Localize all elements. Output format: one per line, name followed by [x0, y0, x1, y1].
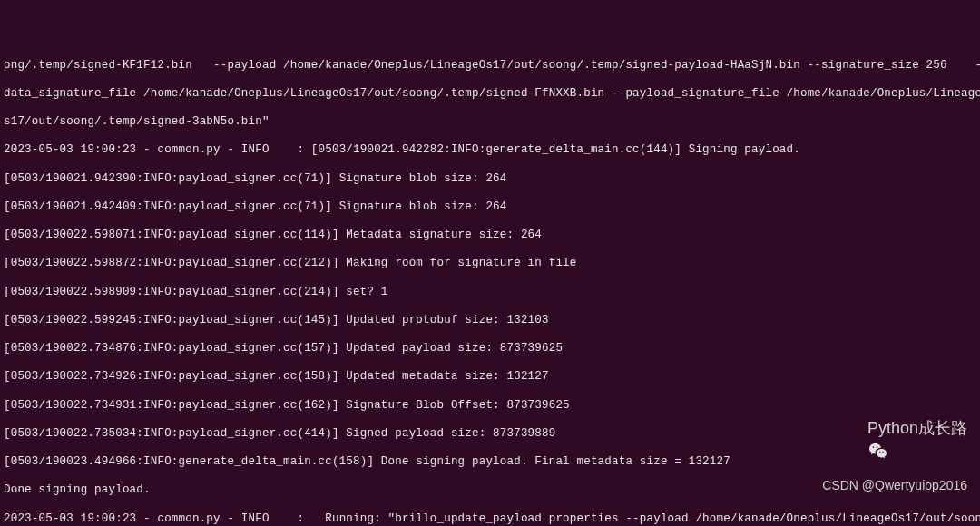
log-line: 2023-05-03 19:00:23 - common.py - INFO :… — [4, 143, 976, 158]
watermark-top-row: Python成长路 — [822, 416, 967, 440]
watermark: Python成长路 CSDN @Qwertyuiop2016 — [822, 379, 967, 513]
log-line: 2023-05-03 19:00:23 - common.py - INFO :… — [4, 512, 976, 527]
log-line: [0503/190022.734876:INFO:payload_signer.… — [4, 342, 976, 356]
log-line: [0503/190022.598872:INFO:payload_signer.… — [4, 257, 976, 271]
watermark-bottom-text: CSDN @Qwertyuiop2016 — [822, 476, 967, 494]
log-line: [0503/190021.942409:INFO:payload_signer.… — [4, 200, 976, 215]
log-line: [0503/190021.942390:INFO:payload_signer.… — [4, 172, 976, 187]
log-line: [0503/190022.598909:INFO:payload_signer.… — [4, 286, 976, 300]
wechat-icon — [840, 417, 862, 439]
log-line: [0503/190022.598071:INFO:payload_signer.… — [4, 229, 976, 243]
log-line: [0503/190022.599245:INFO:payload_signer.… — [4, 314, 976, 328]
log-line: s17/out/soong/.temp/signed-3abN5o.bin" — [4, 115, 976, 130]
log-line: ong/.temp/signed-KF1F12.bin --payload /h… — [4, 59, 976, 73]
watermark-top-text: Python成长路 — [867, 416, 967, 440]
log-line: data_signature_file /home/kanade/Oneplus… — [4, 87, 976, 102]
